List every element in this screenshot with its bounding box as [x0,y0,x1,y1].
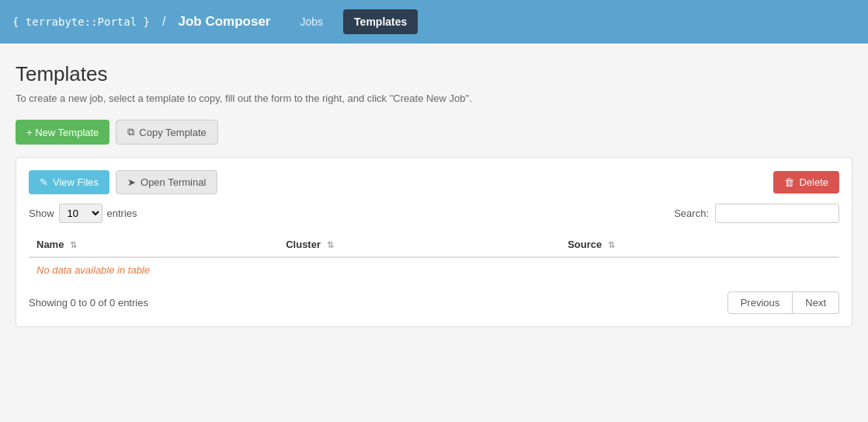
showing-text: Showing 0 to 0 of 0 entries [29,297,148,309]
entries-label: entries [107,208,137,219]
terminal-icon: ➤ [127,176,136,188]
previous-button[interactable]: Previous [727,291,793,314]
entries-per-page-select[interactable]: 10 25 50 100 [59,204,102,223]
new-template-button[interactable]: + New Template [16,120,109,145]
copy-template-button[interactable]: ⧉ Copy Template [116,120,217,145]
view-files-label: View Files [53,176,99,188]
no-data-message: No data available in table [29,257,839,282]
name-sort-icon: ⇅ [70,240,77,250]
nav-templates-link[interactable]: Templates [343,9,418,34]
view-files-button[interactable]: ✎ View Files [29,170,109,194]
templates-table: Name ⇅ Cluster ⇅ Source ⇅ No data availa… [29,232,839,282]
nav-jobs-link[interactable]: Jobs [290,9,335,34]
delete-label: Delete [799,176,828,188]
search-box: Search: [674,204,839,223]
table-header-row: Name ⇅ Cluster ⇅ Source ⇅ [29,232,839,257]
table-card: ✎ View Files ➤ Open Terminal 🗑 Delete Sh… [16,157,852,327]
show-label: Show [29,208,54,219]
top-toolbar: + New Template ⧉ Copy Template [16,120,852,145]
nav-separator: / [162,15,165,29]
nav-app-name: Job Composer [178,14,270,30]
next-button[interactable]: Next [793,291,839,314]
page-subtitle: To create a new job, select a template t… [16,92,852,104]
col-source-label: Source [568,239,602,250]
trash-icon: 🗑 [784,176,794,188]
files-icon: ✎ [40,176,48,188]
action-left: ✎ View Files ➤ Open Terminal [29,170,217,194]
cluster-sort-icon: ⇅ [327,240,334,250]
source-sort-icon: ⇅ [608,240,615,250]
col-name-label: Name [36,239,64,250]
copy-icon: ⧉ [127,126,134,138]
col-cluster-label: Cluster [286,239,321,250]
search-input[interactable] [715,204,839,223]
main-content: Templates To create a new job, select a … [0,44,868,343]
show-entries-control: Show 10 25 50 100 entries [29,204,137,223]
table-controls: Show 10 25 50 100 entries Search: [29,204,839,223]
col-source[interactable]: Source ⇅ [560,232,839,257]
table-row: No data available in table [29,257,839,282]
search-label: Search: [674,208,709,219]
page-title: Templates [16,62,852,86]
open-terminal-label: Open Terminal [141,176,206,188]
copy-template-label: Copy Template [139,127,206,138]
navbar: { terrabyte::Portal } / Job Composer Job… [0,0,868,44]
delete-action: 🗑 Delete [773,171,839,194]
pagination-row: Showing 0 to 0 of 0 entries Previous Nex… [29,291,839,314]
delete-button[interactable]: 🗑 Delete [773,171,839,194]
col-name[interactable]: Name ⇅ [29,232,278,257]
nav-brand: { terrabyte::Portal } [12,16,150,28]
open-terminal-button[interactable]: ➤ Open Terminal [116,170,217,194]
action-row: ✎ View Files ➤ Open Terminal 🗑 Delete [29,170,839,194]
pagination-buttons: Previous Next [727,291,839,314]
col-cluster[interactable]: Cluster ⇅ [278,232,560,257]
